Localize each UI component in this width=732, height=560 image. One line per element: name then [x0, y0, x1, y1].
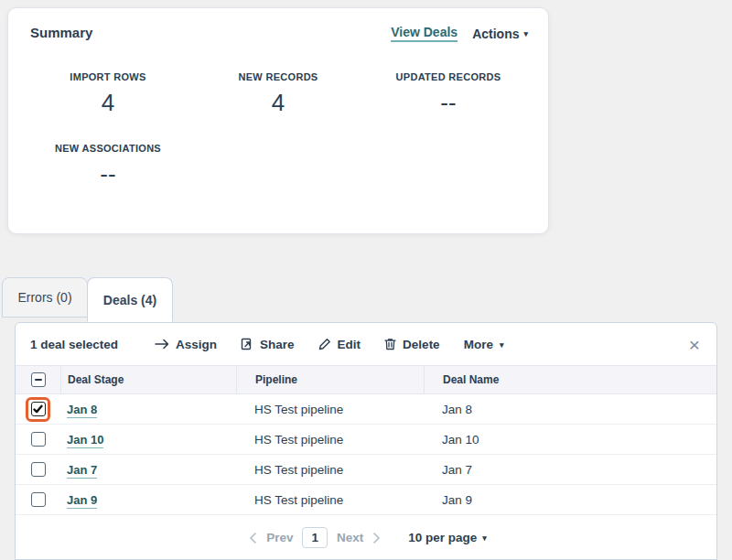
deals-table-card: 1 deal selected Assign Share Edit Delete: [15, 322, 717, 560]
trash-icon: [384, 338, 396, 350]
table-row: Jan 9 HS Test pipeline Jan 9: [16, 485, 716, 515]
pencil-icon: [318, 338, 331, 350]
next-button[interactable]: Next: [331, 531, 369, 544]
chevron-right-icon[interactable]: [369, 533, 384, 544]
deal-stage-link[interactable]: Jan 7: [67, 463, 97, 479]
per-page-label: 10 per page: [408, 531, 477, 544]
deal-name-value: Jan 10: [442, 433, 479, 447]
stat-import-rows: IMPORT ROWS 4: [23, 71, 193, 117]
pipeline-value: HS Test pipeline: [254, 433, 343, 447]
prev-button[interactable]: Prev: [261, 531, 298, 544]
minus-icon: [35, 379, 42, 382]
share-button[interactable]: Share: [241, 338, 295, 351]
stat-new-associations: NEW ASSOCIATIONS --: [23, 143, 193, 188]
stat-new-records: NEW RECORDS 4: [193, 71, 363, 117]
deal-stage-link[interactable]: Jan 10: [67, 433, 103, 448]
caret-down-icon: ▾: [523, 30, 528, 38]
pipeline-value: HS Test pipeline: [254, 493, 343, 507]
close-icon[interactable]: ×: [687, 335, 702, 354]
table-row: Jan 10 HS Test pipeline Jan 10: [16, 425, 716, 455]
summary-card: Summary View Deals Actions ▾ IMPORT ROWS…: [7, 7, 549, 234]
current-page-button[interactable]: 1: [302, 527, 328, 548]
stat-value: 4: [193, 89, 363, 117]
deal-name-value: Jan 9: [442, 493, 472, 507]
column-header-deal-name: Deal Name: [424, 366, 716, 393]
header-checkbox-cell: [16, 366, 60, 393]
delete-label: Delete: [403, 338, 440, 351]
summary-stats-grid: IMPORT ROWS 4 NEW RECORDS 4 UPDATED RECO…: [23, 71, 548, 188]
more-label: More: [464, 338, 493, 351]
stat-label: NEW RECORDS: [193, 71, 363, 82]
pipeline-value: HS Test pipeline: [254, 463, 343, 477]
caret-down-icon: ▾: [500, 341, 504, 350]
assign-button[interactable]: Assign: [155, 338, 217, 351]
more-dropdown-button[interactable]: More ▾: [464, 338, 504, 351]
stat-updated-records: UPDATED RECORDS --: [363, 71, 533, 117]
summary-card-header: Summary View Deals Actions ▾: [8, 8, 548, 42]
deal-stage-link[interactable]: Jan 8: [67, 403, 97, 418]
tab-bar: Errors (0) Deals (4): [2, 277, 732, 318]
deal-stage-link[interactable]: Jan 9: [67, 493, 97, 509]
assign-label: Assign: [176, 338, 217, 351]
share-icon: [241, 338, 253, 350]
edit-button[interactable]: Edit: [318, 338, 361, 351]
actions-label: Actions: [472, 27, 519, 41]
chevron-left-icon[interactable]: [245, 533, 261, 544]
stat-label: NEW ASSOCIATIONS: [23, 143, 193, 154]
share-label: Share: [260, 338, 295, 351]
stat-value: --: [363, 89, 533, 117]
column-header-pipeline: Pipeline: [236, 366, 424, 393]
stat-value: 4: [23, 89, 193, 117]
pagination: Prev 1 Next 10 per page ▾: [16, 515, 716, 548]
tab-errors[interactable]: Errors (0): [2, 277, 88, 318]
caret-down-icon: ▾: [482, 534, 487, 543]
delete-button[interactable]: Delete: [384, 338, 440, 351]
edit-label: Edit: [338, 338, 361, 351]
summary-header-actions: View Deals Actions ▾: [391, 25, 528, 42]
select-all-checkbox[interactable]: [31, 372, 46, 387]
bulk-actions-toolbar: 1 deal selected Assign Share Edit Delete: [16, 323, 716, 366]
row-checkbox[interactable]: [31, 432, 46, 447]
row-checkbox[interactable]: [31, 492, 46, 507]
stat-value: --: [23, 160, 193, 188]
deal-name-value: Jan 7: [442, 463, 472, 477]
deal-name-value: Jan 8: [442, 403, 472, 416]
column-header-deal-stage: Deal Stage: [60, 366, 236, 393]
row-checkbox[interactable]: [31, 462, 46, 477]
table-header-row: Deal Stage Pipeline Deal Name: [16, 366, 716, 394]
stat-label: UPDATED RECORDS: [363, 71, 533, 82]
stat-label: IMPORT ROWS: [23, 71, 193, 82]
table-row: Jan 7 HS Test pipeline Jan 7: [16, 455, 716, 485]
actions-dropdown-button[interactable]: Actions ▾: [472, 27, 528, 41]
view-deals-link[interactable]: View Deals: [391, 25, 458, 42]
tab-deals[interactable]: Deals (4): [87, 277, 173, 322]
arrow-right-icon: [155, 339, 169, 350]
selected-count-text: 1 deal selected: [30, 338, 118, 351]
pipeline-value: HS Test pipeline: [254, 403, 343, 416]
row-checkbox-checked[interactable]: [26, 397, 50, 422]
check-icon: [33, 401, 43, 417]
per-page-dropdown[interactable]: 10 per page ▾: [408, 531, 487, 544]
summary-title: Summary: [30, 25, 92, 40]
table-row: Jan 8 HS Test pipeline Jan 8: [16, 394, 716, 425]
